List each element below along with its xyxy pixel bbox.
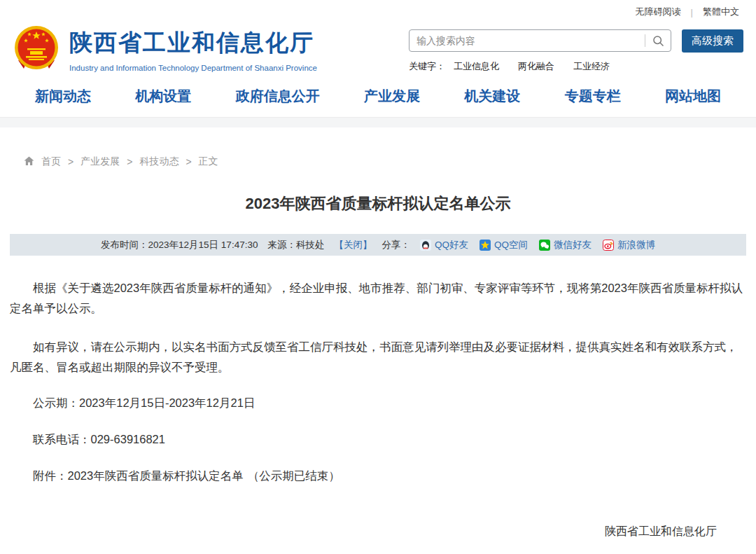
site-title: 陕西省工业和信息化厅 (69, 27, 317, 59)
nav-item-organization[interactable]: 机构设置 (135, 87, 191, 106)
home-icon (24, 156, 34, 168)
publish-time-value: 2023年12月15日 17:47:30 (148, 239, 258, 251)
page-title: 2023年陕西省质量标杆拟认定名单公示 (0, 193, 756, 214)
signature-org: 陕西省工业和信息化厅 (10, 525, 746, 539)
qzone-icon (479, 240, 491, 251)
publicity-period-line: 公示期：2023年12月15日-2023年12月21日 (10, 396, 746, 411)
share-wechat[interactable]: 微信好友 (539, 239, 592, 251)
search-icon[interactable] (645, 35, 671, 47)
site-brand: 陕西省工业和信息化厅 Industry and Information Tech… (13, 25, 317, 74)
accessibility-link[interactable]: 无障碍阅读 (636, 6, 681, 18)
wechat-icon (539, 240, 550, 251)
article-body: 根据《关于遴选2023年陕西省质量标杆的通知》，经企业申报、地市推荐、部门初审、… (0, 256, 756, 554)
keyword-link[interactable]: 两化融合 (518, 60, 554, 73)
breadcrumb-separator: > (186, 156, 191, 167)
main-nav: 新闻动态 机构设置 政府信息公开 产业发展 机关建设 专题专栏 网站地图 (0, 81, 756, 117)
breadcrumb-separator: > (68, 156, 74, 167)
site-title-block: 陕西省工业和信息化厅 Industry and Information Tech… (69, 27, 317, 72)
share-qzone-label: QQ空间 (494, 239, 528, 251)
site-header: 陕西省工业和信息化厅 Industry and Information Tech… (0, 24, 756, 81)
attachment-line: 附件：2023年陕西省质量标杆拟认定名单（公示期已结束） (10, 469, 746, 484)
site-subtitle: Industry and Information Technology Depa… (69, 64, 317, 72)
share-weibo-label: 新浪微博 (617, 239, 655, 251)
breadcrumb-industry[interactable]: 产业发展 (80, 155, 120, 168)
weibo-icon (603, 240, 614, 251)
share-wechat-label: 微信好友 (554, 239, 592, 251)
breadcrumb-separator: > (127, 156, 132, 167)
contact-phone-line: 联系电话：029-63916821 (10, 432, 746, 448)
search-area: 高级搜索 关键字： 工业信息化 两化融合 工业经济 (409, 25, 743, 73)
close-button[interactable]: 【关闭】 (334, 239, 372, 251)
nav-item-sitemap[interactable]: 网站地图 (665, 87, 721, 106)
share-label: 分享： (382, 239, 410, 251)
hot-keywords: 关键字： 工业信息化 两化融合 工业经济 (409, 60, 743, 73)
traditional-chinese-link[interactable]: 繁體中文 (703, 6, 739, 18)
nav-item-gov-info[interactable]: 政府信息公开 (236, 87, 320, 106)
breadcrumb-tech-news[interactable]: 科技动态 (139, 155, 178, 168)
nav-item-special[interactable]: 专题专栏 (565, 87, 621, 106)
share-qzone[interactable]: QQ空间 (479, 239, 528, 251)
keyword-link[interactable]: 工业经济 (573, 60, 610, 73)
article-paragraph: 根据《关于遴选2023年陕西省质量标杆的通知》，经企业申报、地市推荐、部门初审、… (10, 278, 746, 319)
share-qq-friend-label: QQ好友 (435, 239, 468, 251)
keyword-link[interactable]: 工业信息化 (454, 60, 499, 73)
attachment-note: （公示期已结束） (248, 469, 340, 482)
attachment-link[interactable]: 2023年陕西省质量标杆拟认定名单 (68, 469, 244, 482)
publish-time-label: 发布时间： (101, 239, 148, 251)
utility-topbar: 无障碍阅读 | 繁體中文 (0, 0, 756, 24)
keywords-label: 关键字： (409, 60, 445, 73)
topbar-divider: | (691, 7, 693, 18)
article-paragraph: 如有异议，请在公示期内，以实名书面方式反馈至省工信厅科技处，书面意见请列举理由及… (10, 337, 746, 378)
breadcrumb-current: 正文 (199, 155, 218, 168)
breadcrumb: 首页 > 产业发展 > 科技动态 > 正文 (0, 127, 756, 168)
attachment-label: 附件： (33, 469, 68, 482)
nav-item-agency[interactable]: 机关建设 (464, 87, 520, 106)
share-weibo[interactable]: 新浪微博 (603, 239, 655, 251)
article-meta-bar: 发布时间： 2023年12月15日 17:47:30 来源： 科技处 【关闭】 … (10, 234, 746, 256)
national-emblem-icon (13, 25, 60, 74)
qq-friend-icon (420, 240, 431, 251)
nav-item-industry[interactable]: 产业发展 (364, 87, 420, 106)
source-value: 科技处 (296, 239, 325, 251)
header-separator-strip (0, 117, 756, 127)
advanced-search-button[interactable]: 高级搜索 (682, 29, 743, 53)
source-label: 来源： (267, 239, 296, 251)
search-input[interactable] (410, 35, 645, 46)
nav-item-news[interactable]: 新闻动态 (35, 87, 91, 106)
share-qq-friend[interactable]: QQ好友 (420, 239, 468, 251)
search-box (409, 29, 671, 52)
breadcrumb-home[interactable]: 首页 (41, 155, 61, 168)
